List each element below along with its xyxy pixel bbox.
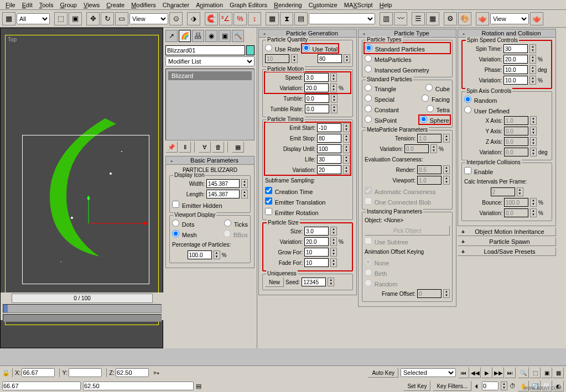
speed-field[interactable] — [304, 73, 329, 82]
track-bar[interactable] — [3, 314, 162, 322]
radio-ticks[interactable]: Ticks — [224, 219, 248, 228]
radio-tetra[interactable]: Tetra — [427, 105, 450, 113]
tab-utilities[interactable]: 🔨 — [232, 30, 244, 42]
radio-standard-particles[interactable]: Standard Particles — [365, 44, 425, 53]
speed-var-spinner[interactable]: ▲▼ — [330, 83, 337, 92]
rollout-header-basic[interactable]: -Basic Parameters — [166, 156, 254, 165]
schematic-icon[interactable]: ☰ — [412, 12, 425, 25]
key-filters-button[interactable]: Key Filters... — [433, 381, 471, 391]
menu-grapheditors[interactable]: Graph Editors — [226, 2, 271, 8]
percentage-spinner[interactable]: ▲▼ — [214, 250, 220, 259]
speed-spinner[interactable]: ▲▼ — [330, 73, 337, 82]
spin-time-spinner[interactable]: ▲▼ — [529, 44, 536, 53]
menu-modifiers[interactable]: Modifiers — [128, 2, 159, 8]
render-scene-icon[interactable]: ⚙ — [444, 12, 457, 25]
use-total-field[interactable] — [318, 54, 342, 63]
seed-field[interactable] — [302, 278, 326, 286]
curve-editor-icon[interactable]: 〰 — [394, 12, 407, 25]
tumble-field[interactable] — [305, 94, 329, 103]
radio-sphere[interactable]: Sphere — [420, 118, 449, 124]
render-icon[interactable]: 🫖 — [530, 12, 543, 25]
creation-time-checkbox[interactable]: Creation Time — [265, 187, 313, 195]
radio-constant[interactable]: Constant — [365, 105, 399, 113]
life-var-spinner[interactable]: ▲▼ — [343, 165, 350, 174]
render-type-icon[interactable]: 🎨 — [458, 12, 471, 25]
menu-create[interactable]: Create — [103, 2, 128, 8]
menu-file[interactable]: File — [2, 2, 19, 8]
current-frame-field[interactable] — [482, 381, 499, 390]
named-sets-icon[interactable]: ▦ — [266, 12, 279, 25]
time-cursor[interactable] — [3, 305, 8, 312]
zoom-extents-icon[interactable]: ▣ — [541, 367, 552, 378]
configure-sets-icon[interactable]: ▦ — [232, 142, 244, 153]
grow-for-field[interactable] — [304, 248, 329, 257]
window-crossing-icon[interactable]: ▣ — [69, 12, 82, 25]
y-coord-field[interactable] — [69, 368, 102, 377]
menu-help[interactable]: Help — [376, 2, 396, 8]
time-slider[interactable] — [3, 304, 162, 313]
rollout-particle-spawn[interactable]: +Particle Spawn — [458, 237, 556, 246]
radio-instanced-geometry[interactable]: Instanced Geometry — [365, 65, 429, 74]
phase-var-spinner[interactable]: ▲▼ — [529, 76, 536, 85]
menu-character[interactable]: Character — [159, 2, 193, 8]
zoom-all-icon[interactable]: ⬚ — [529, 367, 541, 378]
rollout-header-rotation[interactable]: -Rotation and Collision — [458, 29, 555, 38]
phase-spinner[interactable]: ▲▼ — [529, 65, 536, 74]
rollout-load-save-presets[interactable]: +Load/Save Presets — [458, 247, 556, 256]
lock-selection-icon[interactable]: 🔒 — [2, 369, 10, 377]
phase-var-field[interactable] — [503, 76, 528, 85]
show-end-result-icon[interactable]: Ⅱ — [179, 142, 191, 153]
modifier-stack[interactable]: Blizzard — [165, 69, 255, 140]
speed-var-field[interactable] — [304, 83, 329, 92]
tab-create[interactable]: ↗ — [165, 30, 178, 42]
emit-stop-spinner[interactable]: ▲▼ — [343, 134, 350, 143]
select-manipulate-icon[interactable]: ⬗ — [187, 12, 200, 25]
material-editor-icon[interactable]: ▦ — [426, 12, 439, 25]
make-unique-icon[interactable]: ∀ — [199, 142, 211, 153]
z-coord-field[interactable] — [116, 368, 149, 377]
menu-views[interactable]: Views — [80, 2, 103, 8]
radio-axis-random[interactable]: Random — [464, 96, 497, 104]
width-field[interactable] — [206, 179, 240, 188]
use-center-icon[interactable]: ⊙ — [169, 12, 183, 25]
radio-axis-user[interactable]: User Defined — [464, 106, 510, 114]
set-key-button[interactable]: Set Key — [403, 381, 430, 391]
remove-modifier-icon[interactable]: 🗑 — [212, 142, 224, 153]
time-config-icon[interactable]: ⏱ — [510, 383, 516, 389]
angle-snap-icon[interactable]: ³∠ — [219, 12, 232, 25]
width-spinner[interactable]: ▲▼ — [241, 179, 248, 188]
spinner-snap-icon[interactable]: ↕ — [248, 12, 261, 25]
select-region-icon[interactable]: ⬚ — [54, 12, 67, 25]
tab-hierarchy[interactable]: 品 — [192, 30, 204, 42]
layers-icon[interactable]: ▥ — [380, 12, 393, 25]
life-var-field[interactable] — [317, 165, 341, 174]
play-icon[interactable]: ▶ — [481, 367, 492, 378]
size-spinner[interactable]: ▲▼ — [330, 227, 337, 236]
tumble-spinner[interactable]: ▲▼ — [331, 94, 337, 103]
auto-key-button[interactable]: Auto Key — [368, 368, 398, 378]
rollout-object-motion-inheritance[interactable]: +Object Motion Inheritance — [458, 227, 556, 236]
zoom-icon[interactable]: 🔍 — [518, 367, 529, 378]
tab-display[interactable]: ▣ — [219, 30, 231, 42]
length-spinner[interactable]: ▲▼ — [241, 190, 248, 198]
frame-spinner[interactable]: ▲▼ — [501, 381, 507, 390]
x-coord-field[interactable] — [22, 368, 55, 377]
emit-stop-field[interactable] — [317, 134, 341, 143]
percent-snap-icon[interactable]: % — [233, 12, 247, 25]
modifier-list[interactable]: Modifier List — [165, 56, 255, 66]
fade-for-field[interactable] — [304, 258, 329, 267]
key-mode-icon[interactable]: 🗝 — [153, 369, 159, 376]
tumble-rate-field[interactable] — [305, 104, 329, 113]
tab-motion[interactable]: ◉ — [205, 30, 217, 42]
new-seed-button[interactable]: New — [265, 277, 284, 287]
grow-for-spinner[interactable]: ▲▼ — [330, 248, 337, 257]
seed-spinner[interactable]: ▲▼ — [328, 278, 334, 286]
size-var-field[interactable] — [304, 237, 329, 246]
enable-collisions-checkbox[interactable]: Enable — [464, 167, 493, 175]
spin-var-field[interactable] — [503, 55, 528, 64]
snap-toggle-icon[interactable]: 🧲 — [205, 12, 218, 25]
quick-render-icon[interactable]: 🫖 — [476, 12, 489, 25]
ref-coord-system[interactable]: View — [129, 13, 168, 24]
spin-var-spinner[interactable]: ▲▼ — [529, 55, 536, 64]
named-selection-sets[interactable] — [309, 13, 375, 24]
